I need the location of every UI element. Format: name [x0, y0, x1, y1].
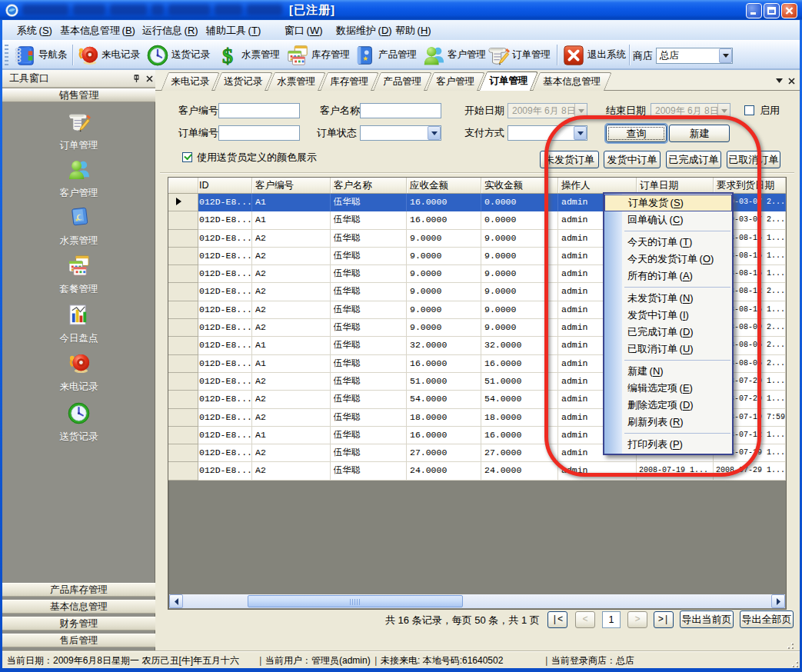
- export-current-page-button[interactable]: 导出当前页: [680, 610, 734, 628]
- close-button[interactable]: [781, 3, 797, 18]
- sidebar-item-客户管理[interactable]: 客户管理: [2, 158, 155, 200]
- input-order-no[interactable]: [218, 125, 300, 141]
- context-menu-item-所有的订单[interactable]: 所有的订单 (A): [604, 268, 732, 284]
- tab-送货记录[interactable]: 送货记录: [214, 72, 273, 91]
- row-selector-cell[interactable]: [168, 373, 198, 391]
- sidebar-item-来电记录[interactable]: 来电记录: [2, 351, 155, 394]
- context-menu-item-未发货订单[interactable]: 未发货订单 (N): [604, 290, 732, 307]
- context-menu-item-回单确认[interactable]: 回单确认 (C): [604, 211, 732, 228]
- last-page-button[interactable]: >|: [654, 611, 674, 628]
- toolbar-button-退出系统[interactable]: 退出系统: [562, 41, 626, 69]
- context-menu-item-已取消订单[interactable]: 已取消订单 (U): [604, 341, 732, 358]
- tab-订单管理[interactable]: 订单管理: [479, 72, 538, 91]
- horizontal-scrollbar[interactable]: [169, 594, 785, 608]
- context-menu-item-删除选定项[interactable]: 删除选定项 (D): [604, 397, 732, 414]
- menu-item-h[interactable]: 帮助 (H): [395, 21, 431, 41]
- minimize-button[interactable]: [746, 3, 762, 18]
- input-customer-name[interactable]: [360, 103, 441, 118]
- menu-item-s[interactable]: 系统 (S): [17, 21, 52, 41]
- sidebar-item-送货记录[interactable]: 送货记录: [2, 401, 155, 444]
- sidebar-item-套餐管理[interactable]: 套餐管理: [2, 254, 155, 296]
- scrollbar-thumb[interactable]: [248, 595, 463, 607]
- sidebar-item-水票管理[interactable]: 水票管理: [2, 205, 155, 248]
- combobox-order-status[interactable]: [360, 125, 441, 141]
- row-selector-cell[interactable]: [168, 283, 198, 301]
- sidebar-item-今日盘点[interactable]: 今日盘点: [2, 303, 155, 345]
- toolbar-button-导航条[interactable]: 导航条: [13, 41, 68, 69]
- menu-item-b[interactable]: 基本信息管理 (B): [60, 21, 135, 41]
- checkbox-enable[interactable]: [744, 105, 754, 115]
- row-selector-cell[interactable]: [168, 391, 198, 408]
- tab-水票管理[interactable]: 水票管理: [267, 72, 326, 91]
- context-menu-item-打印列表[interactable]: 打印列表 (P): [604, 436, 732, 453]
- toolbar-button-库存管理[interactable]: 库存管理: [286, 41, 350, 69]
- row-selector-cell[interactable]: [168, 427, 198, 444]
- row-selector-cell[interactable]: [168, 265, 198, 283]
- tab-list-dropdown-icon[interactable]: [774, 76, 784, 85]
- row-selector-cell[interactable]: [168, 409, 198, 427]
- checkbox-courier-colors[interactable]: [182, 152, 192, 162]
- sidebar-item-订单管理[interactable]: 订单管理: [2, 110, 155, 152]
- column-header-应收金额[interactable]: 应收金额: [407, 178, 481, 193]
- toolbar-button-来电记录[interactable]: 来电记录: [76, 41, 140, 69]
- sidebar-section-财务管理[interactable]: 财务管理: [2, 617, 155, 630]
- row-selector-cell[interactable]: [168, 194, 198, 211]
- row-selector-cell[interactable]: [168, 248, 198, 265]
- row-selector-cell[interactable]: [168, 319, 198, 337]
- status-segment-2: 未接来电: 本地号码:61640502: [381, 652, 503, 669]
- context-menu-item-已完成订单[interactable]: 已完成订单 (D): [604, 324, 732, 341]
- page-number-input[interactable]: 1: [602, 611, 621, 628]
- column-header-ID[interactable]: ID: [198, 178, 252, 193]
- context-menu-item-今天的发货订单[interactable]: 今天的发货订单 (O): [604, 251, 732, 268]
- menu-item-d[interactable]: 数据维护 (D): [336, 21, 392, 41]
- menu-item-r[interactable]: 运行信息 (R): [142, 21, 198, 41]
- cell-客户编号: A2: [252, 248, 331, 265]
- pin-icon[interactable]: [131, 73, 142, 85]
- row-selector-cell[interactable]: [168, 462, 198, 480]
- window-resize-grip[interactable]: [789, 658, 798, 667]
- context-menu-item-新建[interactable]: 新建 (N): [604, 363, 732, 380]
- export-all-pages-button[interactable]: 导出全部页: [740, 610, 794, 628]
- tab-基本信息管理[interactable]: 基本信息管理: [532, 72, 612, 91]
- menu-item-t[interactable]: 辅助工具 (T): [206, 21, 261, 41]
- toolbar-button-订单管理[interactable]: 订单管理: [487, 41, 551, 69]
- column-header-客户编号[interactable]: 客户编号: [252, 178, 331, 193]
- store-combobox-arrow-icon[interactable]: [719, 48, 732, 63]
- menu-item-w[interactable]: 窗口 (W): [285, 21, 323, 41]
- row-selector-cell[interactable]: [168, 444, 198, 462]
- sidebar-section-产品库存管理[interactable]: 产品库存管理: [2, 583, 155, 597]
- toolbar-grip[interactable]: [5, 45, 8, 65]
- row-selector-cell[interactable]: [168, 337, 198, 354]
- context-menu-item-今天的订单[interactable]: 今天的订单 (T): [604, 234, 732, 251]
- row-selector-cell[interactable]: [168, 355, 198, 373]
- context-menu-item-发货中订单[interactable]: 发货中订单 (I): [604, 307, 732, 324]
- toolbar-button-产品管理[interactable]: 产品管理: [353, 41, 417, 69]
- panel-resize-grip[interactable]: [784, 640, 794, 649]
- row-selector-cell[interactable]: [168, 301, 198, 319]
- context-menu-item-编辑选定项[interactable]: 编辑选定项 (E): [604, 380, 732, 397]
- column-header-客户名称[interactable]: 客户名称: [331, 178, 407, 193]
- context-menu-item-订单发货[interactable]: 订单发货 (S): [604, 195, 732, 211]
- sidebar-section-基本信息管理[interactable]: 基本信息管理: [2, 600, 155, 614]
- sidebar-section-售后管理[interactable]: 售后管理: [2, 634, 155, 647]
- context-menu-item-刷新列表[interactable]: 刷新列表 (R): [604, 414, 732, 431]
- row-selector-cell[interactable]: [168, 230, 198, 248]
- sidebar-section-sales[interactable]: 销售管理: [2, 88, 155, 102]
- combobox-arrow-icon[interactable]: [428, 126, 441, 140]
- sidebar-close-icon[interactable]: [144, 73, 155, 85]
- maximize-button[interactable]: [764, 3, 780, 18]
- scroll-right-icon[interactable]: [771, 594, 785, 608]
- tab-库存管理[interactable]: 库存管理: [320, 72, 379, 91]
- tab-close-icon[interactable]: [786, 76, 797, 85]
- input-customer-no[interactable]: [218, 103, 300, 118]
- row-selector-cell[interactable]: [168, 211, 198, 229]
- toolbar-button-客户管理[interactable]: 客户管理: [422, 41, 486, 69]
- store-combobox[interactable]: 总店: [656, 48, 733, 64]
- scroll-left-icon[interactable]: [169, 594, 183, 608]
- tab-客户管理[interactable]: 客户管理: [426, 72, 485, 91]
- toolbar-button-水票管理[interactable]: $水票管理: [216, 41, 280, 69]
- toolbar-button-送货记录[interactable]: 送货记录: [146, 41, 210, 69]
- tab-来电记录[interactable]: 来电记录: [161, 72, 220, 91]
- first-page-button[interactable]: |<: [547, 611, 567, 628]
- tab-产品管理[interactable]: 产品管理: [373, 72, 432, 91]
